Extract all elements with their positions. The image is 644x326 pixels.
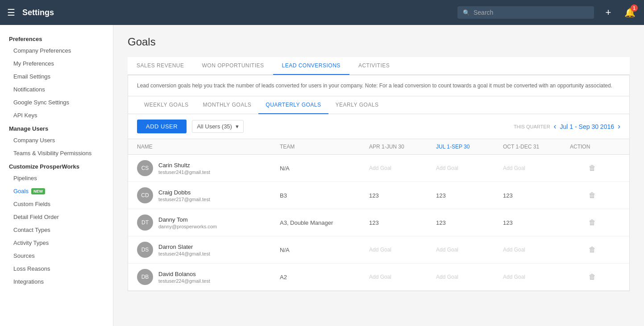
col-action: Action xyxy=(570,144,615,150)
col-jul-sep: Jul 1-Sep 30 xyxy=(436,144,503,150)
toolbar: ADD USER All Users (35) ▾ THIS QUARTER ‹… xyxy=(128,114,629,139)
user-name: Darron Slater xyxy=(158,243,210,250)
subtab-weekly-goals[interactable]: WEEKLY GOALS xyxy=(137,96,196,114)
delete-button[interactable]: 🗑 xyxy=(570,219,615,227)
apr-jun-cell[interactable]: 123 xyxy=(369,192,436,199)
user-info: Danny Tom danny@prosperworks.com xyxy=(158,216,217,229)
apr-jun-cell[interactable]: 123 xyxy=(369,219,436,226)
bell-icon[interactable]: 🔔 1 xyxy=(623,5,637,20)
sidebar: Preferences Company Preferences My Prefe… xyxy=(0,25,113,326)
sidebar-item-teams-visibility[interactable]: Teams & Visibility Permissions xyxy=(0,147,113,160)
sidebar-item-loss-reasons[interactable]: Loss Reasons xyxy=(0,262,113,275)
user-email: testuser244@gmail.test xyxy=(158,251,210,256)
team-cell: A3, Double Manager xyxy=(280,219,369,226)
user-cell: CS Carin Shultz testuser241@gmail.test xyxy=(137,160,280,176)
oct-dec-cell[interactable]: Add Goal xyxy=(503,165,570,171)
sidebar-section-manage-users: Manage Users xyxy=(0,122,113,134)
table-body: CS Carin Shultz testuser241@gmail.test N… xyxy=(128,155,629,291)
delete-button[interactable]: 🗑 xyxy=(570,164,615,172)
jul-sep-cell[interactable]: 123 xyxy=(436,219,503,226)
tab-lead-conversions[interactable]: LEAD CONVERSIONS xyxy=(273,57,349,75)
plus-icon[interactable]: + xyxy=(601,5,615,20)
user-email: testuser217@gmail.test xyxy=(158,197,210,202)
user-cell: DB David Bolanos testuser224@gmail.test xyxy=(137,269,280,285)
search-box[interactable]: 🔍 xyxy=(457,6,594,19)
search-input[interactable] xyxy=(474,9,589,16)
oct-dec-cell[interactable]: Add Goal xyxy=(503,247,570,253)
tab-won-opportunities[interactable]: WON OPPORTUNITIES xyxy=(193,57,273,75)
sidebar-item-my-preferences[interactable]: My Preferences xyxy=(0,57,113,70)
avatar: CD xyxy=(137,187,153,203)
user-name: Danny Tom xyxy=(158,216,217,223)
sidebar-item-email-settings[interactable]: Email Settings xyxy=(0,70,113,83)
user-filter-dropdown[interactable]: All Users (35) ▾ xyxy=(192,120,244,133)
sidebar-item-custom-fields[interactable]: Custom Fields xyxy=(0,198,113,210)
sidebar-item-goals[interactable]: Goals NEW xyxy=(0,185,113,198)
user-email: testuser224@gmail.test xyxy=(158,278,210,284)
search-icon: 🔍 xyxy=(463,9,470,16)
delete-button[interactable]: 🗑 xyxy=(570,246,615,254)
next-quarter-arrow[interactable]: › xyxy=(618,122,620,131)
delete-button[interactable]: 🗑 xyxy=(570,273,615,281)
toolbar-right: THIS QUARTER ‹ Jul 1 - Sep 30 2016 › xyxy=(514,122,620,131)
oct-dec-cell[interactable]: 123 xyxy=(503,192,570,199)
sidebar-item-company-users[interactable]: Company Users xyxy=(0,134,113,147)
jul-sep-cell[interactable]: Add Goal xyxy=(436,247,503,253)
avatar: DB xyxy=(137,269,153,285)
avatar: DT xyxy=(137,215,153,231)
table-row: DT Danny Tom danny@prosperworks.com A3, … xyxy=(128,209,629,236)
table-row: CD Craig Dobbs testuser217@gmail.test B3… xyxy=(128,182,629,209)
goals-label: Goals xyxy=(13,188,29,194)
oct-dec-cell[interactable]: 123 xyxy=(503,219,570,226)
jul-sep-cell[interactable]: 123 xyxy=(436,192,503,199)
sidebar-item-notifications[interactable]: Notifications xyxy=(0,83,113,96)
hamburger-icon[interactable]: ☰ xyxy=(7,7,15,18)
apr-jun-cell[interactable]: Add Goal xyxy=(369,247,436,253)
new-badge: NEW xyxy=(31,188,45,194)
this-quarter-label: THIS QUARTER xyxy=(514,124,550,129)
tab-sales-revenue[interactable]: SALES REVENUE xyxy=(128,57,193,75)
subtab-quarterly-goals[interactable]: QUARTERLY GOALS xyxy=(258,96,328,114)
apr-jun-cell[interactable]: Add Goal xyxy=(369,274,436,280)
table-row: DB David Bolanos testuser224@gmail.test … xyxy=(128,264,629,291)
tab-activities[interactable]: ACTIVITIES xyxy=(349,57,399,75)
sidebar-item-integrations[interactable]: Integrations xyxy=(0,275,113,288)
layout: Preferences Company Preferences My Prefe… xyxy=(0,25,644,326)
avatar: CS xyxy=(137,160,153,176)
team-cell: N/A xyxy=(280,247,369,253)
user-name: Carin Shultz xyxy=(158,162,210,169)
subtab-yearly-goals[interactable]: YEARLY GOALS xyxy=(328,96,386,114)
page-title: Goals xyxy=(128,36,630,48)
prev-quarter-arrow[interactable]: ‹ xyxy=(554,122,557,131)
avatar: DS xyxy=(137,242,153,258)
user-info: Darron Slater testuser244@gmail.test xyxy=(158,243,210,256)
col-apr-jun: Apr 1-Jun 30 xyxy=(369,144,436,150)
table-header: Name Team Apr 1-Jun 30 Jul 1-Sep 30 Oct … xyxy=(128,139,629,155)
sidebar-item-google-sync[interactable]: Google Sync Settings xyxy=(0,96,113,109)
oct-dec-cell[interactable]: Add Goal xyxy=(503,274,570,280)
sidebar-item-detail-field-order[interactable]: Detail Field Order xyxy=(0,210,113,223)
user-cell: CD Craig Dobbs testuser217@gmail.test xyxy=(137,187,280,203)
current-quarter-date: Jul 1 - Sep 30 2016 xyxy=(560,123,614,130)
content-card: Lead conversion goals help you track the… xyxy=(128,75,630,291)
jul-sep-cell[interactable]: Add Goal xyxy=(436,165,503,171)
delete-button[interactable]: 🗑 xyxy=(570,191,615,199)
sidebar-item-activity-types[interactable]: Activity Types xyxy=(0,236,113,249)
chevron-down-icon: ▾ xyxy=(236,123,239,130)
user-name: Craig Dobbs xyxy=(158,189,210,196)
sidebar-item-sources[interactable]: Sources xyxy=(0,249,113,262)
main-content: Goals SALES REVENUE WON OPPORTUNITIES LE… xyxy=(113,25,644,326)
apr-jun-cell[interactable]: Add Goal xyxy=(369,165,436,171)
subtab-monthly-goals[interactable]: MONTHLY GOALS xyxy=(196,96,259,114)
col-oct-dec: Oct 1-Dec 31 xyxy=(503,144,570,150)
topnav-actions: + 🔔 1 xyxy=(601,5,637,20)
user-cell: DT Danny Tom danny@prosperworks.com xyxy=(137,215,280,231)
notification-badge: 1 xyxy=(631,4,638,12)
sidebar-item-company-preferences[interactable]: Company Preferences xyxy=(0,44,113,57)
add-user-button[interactable]: ADD USER xyxy=(137,120,187,133)
jul-sep-cell[interactable]: Add Goal xyxy=(436,274,503,280)
sidebar-section-customize: Customize ProsperWorks xyxy=(0,160,113,172)
sidebar-item-pipelines[interactable]: Pipelines xyxy=(0,172,113,185)
sidebar-item-api-keys[interactable]: API Keys xyxy=(0,109,113,122)
sidebar-item-contact-types[interactable]: Contact Types xyxy=(0,223,113,236)
